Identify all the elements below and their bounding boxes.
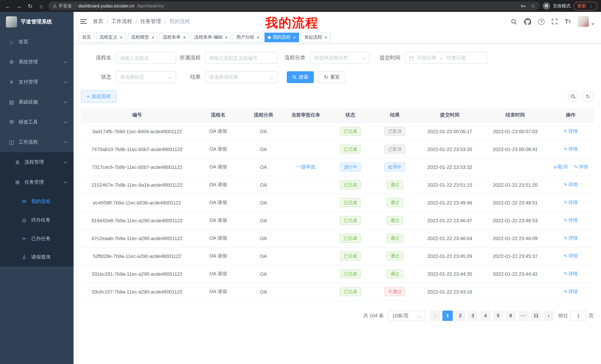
status-placeholder: 请选择状态 — [120, 74, 144, 80]
sidebar-item[interactable]: ✉ 我的流程 — [0, 192, 74, 211]
security-label: 不安全 — [59, 3, 72, 9]
category-select[interactable]: 请选择流程分类 — [310, 52, 370, 64]
page-button[interactable]: 11 — [531, 310, 541, 321]
close-icon[interactable]: × — [257, 35, 259, 39]
result-label: 结果 — [176, 74, 205, 80]
page-size-select[interactable]: 10条/页 — [388, 310, 425, 321]
cell-actions: ⊘取消 ✎详情 — [548, 229, 594, 247]
forward-button[interactable]: → — [15, 3, 23, 9]
cell-category: OA — [243, 194, 284, 211]
detail-action[interactable]: ✎详情 — [574, 164, 588, 170]
breadcrumb-item[interactable]: 任务管理 / — [140, 18, 169, 25]
sidebar-item[interactable]: ≣ 流程管理 — [0, 152, 74, 172]
create-process-button[interactable]: + 发起流程 — [81, 91, 116, 102]
goto-page-input[interactable] — [570, 310, 587, 321]
cell-submit-time: 2022-01-22 23:46:47 — [417, 211, 482, 229]
page-button[interactable]: 2 — [455, 310, 465, 321]
breadcrumb-item[interactable]: 首页 / — [93, 18, 111, 25]
detail-action[interactable]: ✎详情 — [564, 217, 578, 223]
parent-process-input[interactable] — [209, 55, 274, 61]
detail-icon: ✎ — [564, 218, 567, 223]
key-icon[interactable] — [521, 3, 526, 9]
detail-action[interactable]: ✎详情 — [564, 182, 578, 187]
search-button[interactable]: 搜索 — [287, 71, 314, 83]
sidebar-toggle[interactable] — [80, 19, 87, 24]
close-icon[interactable]: × — [325, 35, 327, 39]
user-menu[interactable] — [578, 16, 594, 27]
menu-icon: ✉ — [20, 199, 28, 204]
cell-category: OA — [243, 265, 284, 283]
cell-end-time: 2022-01-22 23:45:37 — [482, 247, 548, 265]
bookmark-star-icon[interactable]: ☆ — [531, 3, 535, 9]
status-select[interactable]: 请选择状态 — [116, 71, 176, 83]
result-select[interactable]: 请选择流结果 — [205, 71, 278, 83]
page-button[interactable]: 6 — [506, 310, 516, 321]
cancel-action[interactable]: ⊘取消 — [553, 164, 567, 170]
toggle-search-button[interactable] — [568, 91, 579, 102]
tab[interactable]: 流程模型 × — [128, 32, 158, 42]
sidebar-item[interactable]: ▤ 基础设施 — [0, 92, 74, 112]
detail-action[interactable]: ✎详情 — [564, 235, 578, 241]
page-button[interactable]: 3 — [468, 310, 478, 321]
chevron-icon — [64, 59, 67, 63]
font-size-icon[interactable]: TT — [565, 18, 571, 25]
submit-time-range-picker[interactable]: 开始日期 - 结束日期 — [405, 52, 487, 64]
sidebar-item[interactable]: ♙ 请假查询 — [0, 248, 74, 266]
sidebar-item[interactable]: ⚙ 系统管理 — [0, 52, 74, 72]
detail-action[interactable]: ✎详情 — [564, 289, 578, 294]
detail-action[interactable]: ✎详情 — [564, 271, 578, 277]
close-icon[interactable]: × — [151, 35, 154, 39]
reset-button[interactable]: ↻ 重置 — [318, 71, 345, 83]
help-icon[interactable]: ? — [538, 18, 545, 25]
cell-id: 7317cec6-7b9b-11ec-b5b7-acde48001122 — [81, 158, 193, 176]
prev-page-button[interactable]: ‹ — [430, 310, 440, 321]
home-button[interactable]: ⌂ — [37, 3, 45, 9]
github-icon[interactable] — [524, 18, 531, 25]
tab[interactable]: 首页 × — [79, 32, 94, 42]
page-button[interactable]: 1 — [442, 310, 453, 321]
next-page-button[interactable]: › — [543, 310, 554, 321]
result-tag: 已取消 — [384, 145, 405, 153]
address-bar[interactable]: ⚠ 不安全 dashboard.yudao.iocoder.cn/bpm/tas… — [48, 1, 540, 10]
page-button[interactable]: 4 — [480, 310, 491, 321]
close-icon[interactable]: × — [120, 35, 123, 39]
detail-action[interactable]: ✎详情 — [564, 128, 578, 134]
tab[interactable]: 我的流程 × — [264, 32, 299, 42]
sidebar-item[interactable]: ◫ 工作流程 — [0, 132, 74, 152]
sidebar-item[interactable]: ✂ 已办任务 — [0, 229, 74, 248]
page-button[interactable]: 5 — [493, 310, 503, 321]
menu-label: 任务管理 — [25, 179, 44, 185]
back-button[interactable]: ← — [4, 3, 12, 9]
tab[interactable]: 流程表单 × — [159, 32, 189, 42]
security-chip[interactable]: ⚠ 不安全 — [53, 3, 72, 9]
reload-button[interactable]: ↻ — [26, 3, 34, 9]
tab[interactable]: 发起流程 × — [301, 32, 331, 42]
chevron-icon — [64, 141, 67, 145]
process-name-input[interactable] — [120, 55, 172, 61]
tab[interactable]: 流程定义 × — [96, 32, 126, 42]
detail-action[interactable]: ✎详情 — [564, 146, 578, 152]
tab[interactable]: 用户分组 × — [233, 32, 263, 42]
breadcrumb-item[interactable]: 工作流程 / — [111, 18, 140, 25]
sidebar-item[interactable]: ⌂ 首页 — [0, 32, 74, 52]
menu-label: 系统管理 — [19, 59, 38, 65]
sidebar-item[interactable]: ¥ 支付管理 — [0, 72, 74, 92]
browser-update-button[interactable]: 更新 ⋮ — [573, 2, 597, 10]
fullscreen-icon[interactable] — [552, 19, 558, 25]
sidebar-item[interactable]: ⚒ 研发工具 — [0, 112, 74, 132]
breadcrumb-item[interactable]: 我的流程 / — [169, 18, 190, 25]
sidebar-item[interactable]: ⊞ 任务管理 — [0, 172, 74, 192]
tab[interactable]: 流程表单-编辑 × — [191, 32, 231, 42]
refresh-table-button[interactable]: ↻ — [582, 91, 594, 102]
sidebar-item[interactable]: ◎ 待办任务 — [0, 211, 74, 229]
close-icon[interactable]: × — [183, 35, 186, 39]
detail-action[interactable]: ✎详情 — [564, 253, 578, 259]
close-icon[interactable]: × — [293, 35, 296, 39]
url-path: /bpm/task/my — [137, 3, 164, 9]
close-icon[interactable]: × — [225, 35, 228, 39]
current-task-link[interactable]: 一级审批 — [296, 164, 316, 170]
search-icon[interactable] — [511, 18, 517, 25]
detail-action[interactable]: ✎详情 — [564, 200, 578, 205]
browser-menu-icon[interactable]: ⋮ — [589, 3, 594, 9]
page-button[interactable]: ··· — [518, 310, 529, 321]
